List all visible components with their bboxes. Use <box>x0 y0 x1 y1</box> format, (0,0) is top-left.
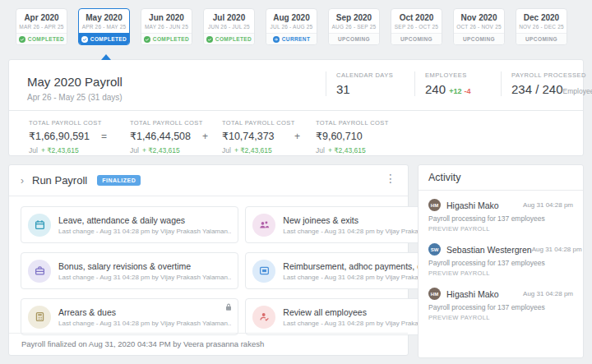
cost-value: ₹1,46,44,508 <box>130 130 202 142</box>
tab-month-label: Sep 2020 <box>329 13 379 22</box>
task-text: Leave, attendance & daily wages Last cha… <box>58 215 231 235</box>
tab-month-label: Jul 2020 <box>204 13 254 22</box>
people-icon <box>252 214 275 237</box>
activity-title: Activity <box>419 165 583 191</box>
briefcase-icon <box>28 260 51 283</box>
run-payroll-panel: › Run Payroll FINALIZED ⋮ Leave, attenda… <box>8 164 409 356</box>
processed-count: 234 / 240 <box>511 82 563 96</box>
tab-dec-2020[interactable]: Dec 2020 NOV 26 - DEC 25 UPCOMING <box>516 8 567 45</box>
processed-suffix: Employees <box>563 87 592 95</box>
cost-month: Jul <box>130 146 139 154</box>
cost-month: Jul <box>29 146 38 154</box>
calendar-icon <box>28 214 51 237</box>
tab-sep-2020[interactable]: Sep 2020 AUG 26 - SEP 25 UPCOMING <box>328 8 380 45</box>
cost-delta: + ₹2,43,615 <box>142 146 180 154</box>
task-title-text: Bonus, salary revisions & overtime <box>58 261 191 271</box>
cost-month: Jul <box>316 146 325 154</box>
activity-item[interactable]: HM Higashi Mako Aug 31 04:28 pm Payroll … <box>428 288 573 321</box>
cost-label: TOTAL PAYROLL COST <box>222 119 294 127</box>
activity-description: Payroll processing for 137 employees <box>428 303 573 311</box>
tab-month-label: Aug 2020 <box>266 13 317 22</box>
activity-timestamp: Aug 31 04:28 pm <box>523 290 573 297</box>
stat-value: 31 <box>336 82 414 96</box>
tab-jun-2020[interactable]: Jun 2020 MAY 26 - JUN 25 COMPLETED <box>141 8 192 45</box>
check-circle-icon <box>81 36 88 43</box>
activity-user-name: Higashi Mako <box>446 200 499 210</box>
tab-date-range: JUN 26 - JUL 25 <box>204 24 254 30</box>
employees-added: +12 <box>449 87 461 95</box>
tab-apr-2020[interactable]: Apr 2020 MAR 26 - APR 25 COMPLETED <box>16 8 67 45</box>
kebab-menu-icon[interactable]: ⋮ <box>385 172 396 185</box>
task-last-change: Last change - Aug 31 04:28 pm by Vijay P… <box>58 274 231 281</box>
chevron-right-icon[interactable]: › <box>21 175 24 187</box>
lock-icon <box>225 303 232 311</box>
activity-description: Payroll processing for 137 employees <box>428 214 573 223</box>
stat-payroll-processed: PAYROLL PROCESSED 234 / 240Employees <box>501 71 592 96</box>
activity-item-header: HM Higashi Mako Aug 31 04:28 pm <box>428 199 573 211</box>
tab-date-range: AUG 26 - SEP 25 <box>329 24 379 30</box>
tab-date-range: SEP 26 - OCT 25 <box>391 24 442 30</box>
cost-delta-row: Jul+ ₹2,43,615 <box>222 146 294 154</box>
cost-value: ₹1,66,90,591 <box>29 130 101 142</box>
tab-month-label: Nov 2020 <box>454 13 504 22</box>
cost-component-2: TOTAL PAYROLL COST ₹10,74,373 Jul+ ₹2,43… <box>222 119 294 154</box>
activity-item-header: HM Higashi Mako Aug 31 04:28 pm <box>428 288 573 300</box>
stat-employees: EMPLOYEES 240 +12-4 <box>414 71 501 96</box>
activity-item[interactable]: SW Sebastian Westergren Aug 31 04:28 pm … <box>428 243 573 277</box>
task-title-text: Leave, attendance & daily wages <box>58 215 185 225</box>
cost-label: TOTAL PAYROLL COST <box>316 119 388 127</box>
card-leave-attendance[interactable]: Leave, attendance & daily wages Last cha… <box>21 206 238 243</box>
tab-date-range: JUL 26 - AUG 25 <box>266 24 317 30</box>
cost-total: TOTAL PAYROLL COST ₹1,66,90,591 Jul+ ₹2,… <box>29 119 101 154</box>
activity-panel: Activity HM Higashi Mako Aug 31 04:28 pm… <box>418 164 584 358</box>
tab-status-label: UPCOMING <box>400 36 432 42</box>
tab-nov-2020[interactable]: Nov 2020 OCT 26 - NOV 25 UPCOMING <box>453 8 505 45</box>
stat-value: 240 +12-4 <box>425 82 501 96</box>
tab-date-range: MAY 26 - JUN 25 <box>141 24 192 30</box>
card-bonus-revisions[interactable]: Bonus, salary revisions & overtime Last … <box>21 252 238 289</box>
cost-delta: + ₹2,43,615 <box>234 146 272 154</box>
activity-timestamp: Aug 31 04:28 pm <box>532 246 582 253</box>
tab-status-badge: COMPLETED <box>204 33 254 44</box>
activity-description: Payroll processing for 137 employees <box>428 259 573 267</box>
activity-user-name: Sebastian Westergren <box>446 245 532 255</box>
tab-status-label: COMPLETED <box>153 36 189 42</box>
card-arrears-dues[interactable]: Arrears & dues Last change - Aug 31 04:2… <box>21 298 238 335</box>
cost-delta-row: Jul+ ₹2,43,615 <box>316 146 388 154</box>
task-title-text: Arrears & dues <box>58 307 116 317</box>
summary-stats: CALENDAR DAYS 31 EMPLOYEES 240 +12-4 PAY… <box>326 71 592 96</box>
activity-type: PREVIEW PAYROLL <box>428 314 573 321</box>
tab-month-label: Oct 2020 <box>391 13 442 22</box>
tab-status-label: UPCOMING <box>338 36 370 42</box>
tab-date-range: APR 26 - MAY 25 <box>79 24 129 30</box>
equals-operator: = <box>101 131 130 142</box>
cost-component-1: TOTAL PAYROLL COST ₹1,46,44,508 Jul+ ₹2,… <box>130 119 202 154</box>
arrow-circle-icon <box>273 36 280 43</box>
tab-jul-2020[interactable]: Jul 2020 JUN 26 - JUL 25 COMPLETED <box>203 8 255 45</box>
cost-month: Jul <box>222 146 231 154</box>
payroll-task-cards: Leave, attendance & daily wages Last cha… <box>9 196 408 335</box>
tab-may-2020[interactable]: May 2020 APR 26 - MAY 25 COMPLETED <box>78 8 130 45</box>
payroll-cost-breakdown: TOTAL PAYROLL COST ₹1,66,90,591 Jul+ ₹2,… <box>9 110 583 154</box>
cost-value: ₹9,60,710 <box>316 130 388 142</box>
tab-status-badge: COMPLETED <box>141 33 192 44</box>
tab-oct-2020[interactable]: Oct 2020 SEP 26 - OCT 25 UPCOMING <box>391 8 442 45</box>
avatar: SW <box>428 243 441 256</box>
page-title: May 2020 Payroll <box>27 75 123 89</box>
cost-delta-row: Jul+ ₹2,43,615 <box>130 146 202 154</box>
cost-label: TOTAL PAYROLL COST <box>29 119 101 127</box>
tab-status-label: COMPLETED <box>28 36 64 42</box>
payroll-summary-panel: May 2020 Payroll Apr 26 - May 25 (31 day… <box>8 59 584 156</box>
tab-status-label: UPCOMING <box>525 36 557 42</box>
tab-aug-2020[interactable]: Aug 2020 JUL 26 - AUG 25 CURRENT <box>266 8 317 45</box>
run-payroll-header: › Run Payroll FINALIZED ⋮ <box>9 165 408 196</box>
plus-operator: + <box>202 131 222 142</box>
tab-status-label: COMPLETED <box>90 36 127 42</box>
check-circle-icon <box>144 36 150 43</box>
payroll-finalized-note: Payroll finalized on Aug 31, 2020 04:34 … <box>9 333 408 355</box>
tab-status-badge: UPCOMING <box>391 33 442 44</box>
plus-operator: + <box>294 131 316 142</box>
tab-month-label: Dec 2020 <box>516 13 567 22</box>
tab-month-label: Jun 2020 <box>141 13 192 22</box>
activity-item[interactable]: HM Higashi Mako Aug 31 04:28 pm Payroll … <box>428 199 573 233</box>
